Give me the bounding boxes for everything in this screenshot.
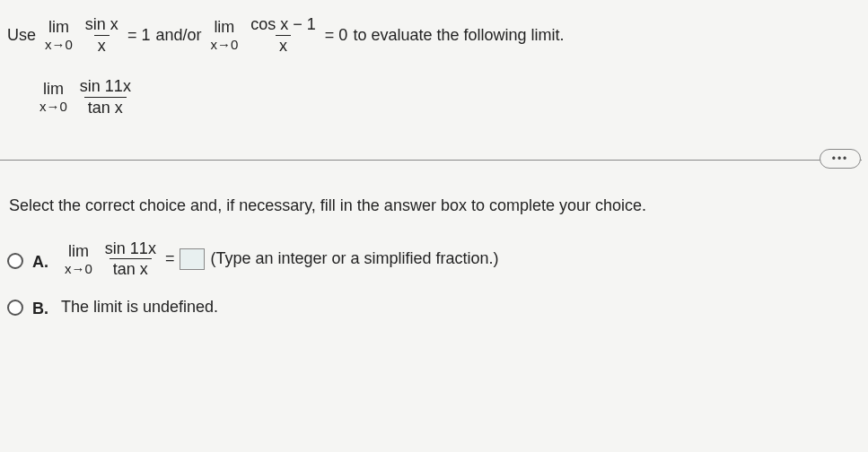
fraction-num: sin 11x (101, 240, 160, 259)
problem-statement: Use lim x→0 sin x x = 1 and/or lim x→0 c… (7, 16, 868, 55)
fraction-cosx-x: cos x − 1 x (247, 16, 320, 55)
limit-block-target: lim x→0 (39, 81, 67, 114)
andor-text: and/or (155, 26, 201, 45)
limit-block-1: lim x→0 (45, 19, 73, 52)
fraction-den: x (276, 35, 291, 55)
fraction-target: sin 11x tan x (76, 78, 135, 117)
fraction-sinx-x: sin x x (82, 16, 122, 55)
fraction-a: sin 11x tan x (101, 240, 160, 279)
lim-approach: x→0 (45, 38, 73, 52)
limit-block-2: lim x→0 (210, 19, 238, 52)
fraction-num: sin 11x (76, 78, 135, 97)
fraction-num: sin x (82, 16, 122, 35)
radio-b[interactable] (7, 300, 23, 316)
answer-input[interactable] (180, 248, 205, 270)
more-icon[interactable]: ••• (820, 149, 861, 169)
lim-word: lim (68, 243, 89, 260)
equals-0: = 0 (325, 26, 348, 45)
fraction-den: tan x (110, 258, 152, 278)
lim-approach: x→0 (39, 100, 67, 114)
choice-a-label: A. (32, 253, 48, 272)
lim-approach: x→0 (210, 38, 238, 52)
choice-b-text: The limit is undefined. (61, 298, 218, 317)
tail-text: to evaluate the following limit. (353, 26, 564, 45)
lim-word: lim (48, 19, 69, 36)
lim-approach: x→0 (65, 262, 92, 276)
fraction-num: cos x − 1 (247, 16, 320, 35)
limit-block-a: lim x→0 (65, 243, 92, 276)
fraction-den: x (94, 35, 110, 55)
dots-text: ••• (832, 152, 849, 165)
divider-line (0, 160, 862, 161)
choice-b-label: B. (32, 300, 48, 318)
choice-a-hint: (Type an integer or a simplified fractio… (210, 249, 498, 268)
equals-sign: = (165, 249, 175, 268)
instruction-text: Select the correct choice and, if necess… (7, 196, 868, 215)
radio-a[interactable] (7, 253, 23, 269)
use-text: Use (7, 26, 36, 45)
fraction-den: tan x (84, 97, 127, 117)
lim-word: lim (43, 81, 64, 98)
choice-b: B. The limit is undefined. (7, 298, 868, 318)
target-limit: lim x→0 sin 11x tan x (36, 78, 868, 117)
choice-a: A. lim x→0 sin 11x tan x = (Type an inte… (7, 240, 868, 279)
divider: ••• (7, 160, 868, 161)
equals-1: = 1 (127, 26, 151, 45)
choice-a-content: lim x→0 sin 11x tan x = (Type an integer… (61, 240, 499, 279)
lim-word: lim (214, 19, 234, 36)
